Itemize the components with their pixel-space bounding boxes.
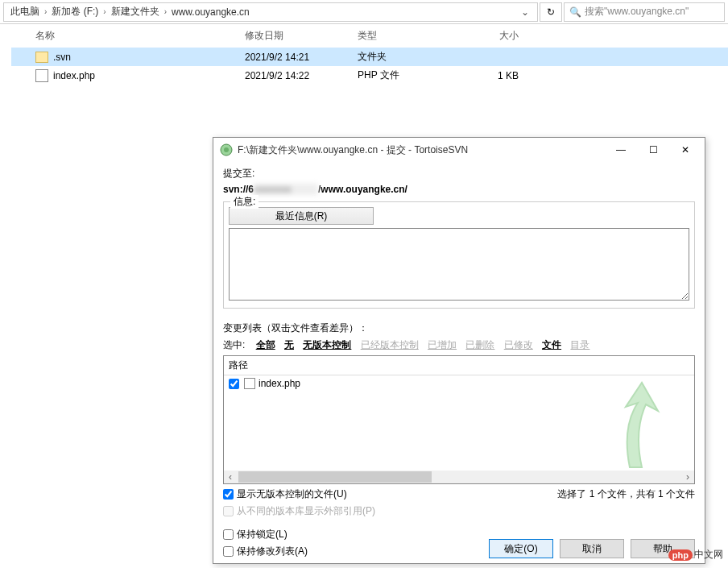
dialog-buttons: 保持锁定(L) 保持修改列表(A) 确定(O) 取消 帮助 bbox=[223, 524, 695, 558]
filter-label: 选中: bbox=[223, 339, 245, 350]
filter-files[interactable]: 文件 bbox=[542, 339, 561, 350]
file-date: 2021/9/2 14:21 bbox=[245, 52, 358, 63]
minimize-icon: — bbox=[616, 144, 626, 155]
col-size[interactable]: 大小 bbox=[454, 29, 519, 43]
dialog-title: F:\新建文件夹\www.ouyangke.cn - 提交 - Tortoise… bbox=[238, 143, 605, 157]
commit-message-input[interactable] bbox=[229, 228, 689, 301]
filter-unversioned[interactable]: 无版本控制 bbox=[303, 339, 351, 350]
col-type[interactable]: 类型 bbox=[358, 29, 454, 43]
horizontal-scrollbar[interactable]: ‹ › bbox=[224, 471, 694, 483]
item-checkbox[interactable] bbox=[229, 379, 239, 389]
watermark-text: 中文网 bbox=[694, 548, 723, 562]
changes-label: 变更列表（双击文件查看差异）： bbox=[223, 321, 695, 335]
file-row[interactable]: index.php 2021/9/2 14:22 PHP 文件 1 KB bbox=[11, 66, 728, 85]
file-type: 文件夹 bbox=[358, 50, 454, 64]
title-bar[interactable]: F:\新建文件夹\www.ouyangke.cn - 提交 - Tortoise… bbox=[213, 138, 705, 162]
keep-locks-checkbox[interactable] bbox=[223, 529, 234, 540]
crumb-drive[interactable]: 新加卷 (F:) bbox=[48, 5, 101, 19]
chevron-right-icon: › bbox=[101, 7, 107, 16]
show-unversioned-checkbox[interactable] bbox=[223, 489, 234, 500]
file-date: 2021/9/2 14:22 bbox=[245, 70, 358, 81]
keep-changelist-checkbox[interactable] bbox=[223, 546, 234, 557]
refresh-icon: ↻ bbox=[547, 6, 555, 18]
scroll-left-icon[interactable]: ‹ bbox=[224, 471, 237, 483]
commit-dialog: F:\新建文件夹\www.ouyangke.cn - 提交 - Tortoise… bbox=[213, 137, 705, 564]
filter-row: 选中: 全部 无 无版本控制 已经版本控制 已增加 已删除 已修改 文件 目录 bbox=[223, 338, 695, 352]
filter-deleted: 已删除 bbox=[465, 339, 494, 350]
col-date[interactable]: 修改日期 bbox=[245, 29, 358, 43]
file-name: .svn bbox=[53, 52, 71, 63]
chevron-right-icon: › bbox=[43, 7, 48, 16]
file-row[interactable]: .svn 2021/9/2 14:21 文件夹 bbox=[11, 48, 728, 66]
php-file-icon bbox=[35, 69, 48, 82]
breadcrumb[interactable]: 此电脑 › 新加卷 (F:) › 新建文件夹 › www.ouyangke.cn… bbox=[3, 2, 538, 22]
commit-url: svn://6xxxxxxx/www.ouyangke.cn/ bbox=[223, 184, 695, 195]
file-list-area: 名称 修改日期 类型 大小 .svn 2021/9/2 14:21 文件夹 in… bbox=[0, 24, 728, 137]
svg-point-1 bbox=[224, 147, 229, 152]
cancel-button[interactable]: 取消 bbox=[560, 539, 624, 558]
recent-messages-button[interactable]: 最近信息(R) bbox=[229, 207, 374, 225]
file-type: PHP 文件 bbox=[358, 68, 454, 82]
commit-arrow-icon bbox=[598, 379, 678, 475]
refresh-button[interactable]: ↻ bbox=[540, 2, 562, 22]
list-header-path[interactable]: 路径 bbox=[224, 356, 694, 375]
show-externals-label: 从不同的版本库显示外部引用(P) bbox=[237, 504, 375, 518]
watermark-badge: php bbox=[668, 549, 693, 561]
file-list-header: 名称 修改日期 类型 大小 bbox=[11, 24, 728, 48]
filter-added: 已增加 bbox=[428, 339, 457, 350]
crumb-pc[interactable]: 此电脑 bbox=[7, 5, 43, 19]
changes-list[interactable]: 路径 index.php ‹ › bbox=[223, 355, 695, 484]
file-icon bbox=[244, 378, 255, 389]
maximize-button[interactable]: ☐ bbox=[637, 139, 669, 160]
show-unversioned-label: 显示无版本控制的文件(U) bbox=[237, 487, 347, 501]
close-button[interactable]: ✕ bbox=[669, 139, 701, 160]
keep-changelist-label: 保持修改列表(A) bbox=[237, 545, 308, 558]
crumb-folder[interactable]: 新建文件夹 bbox=[108, 5, 163, 19]
col-name[interactable]: 名称 bbox=[35, 29, 245, 43]
file-name: index.php bbox=[53, 70, 95, 81]
filter-dirs: 目录 bbox=[570, 339, 589, 350]
minimize-button[interactable]: — bbox=[605, 139, 637, 160]
folder-icon bbox=[35, 52, 48, 63]
maximize-icon: ☐ bbox=[649, 144, 658, 155]
explorer-address-bar: 此电脑 › 新加卷 (F:) › 新建文件夹 › www.ouyangke.cn… bbox=[0, 0, 728, 24]
filter-none[interactable]: 无 bbox=[284, 339, 294, 350]
options-row: 显示无版本控制的文件(U) 选择了 1 个文件，共有 1 个文件 从不同的版本库… bbox=[223, 484, 695, 518]
close-icon: ✕ bbox=[681, 144, 689, 155]
search-placeholder: 搜索"www.ouyangke.cn" bbox=[585, 5, 689, 19]
chevron-down-icon[interactable]: ⌄ bbox=[516, 6, 534, 18]
crumb-current[interactable]: www.ouyangke.cn bbox=[168, 6, 253, 18]
search-input[interactable]: 🔍 搜索"www.ouyangke.cn" bbox=[564, 2, 725, 22]
show-externals-checkbox bbox=[223, 506, 234, 516]
tortoisesvn-icon bbox=[220, 143, 233, 156]
scroll-thumb[interactable] bbox=[238, 471, 432, 483]
watermark: php 中文网 bbox=[668, 548, 723, 562]
filter-modified: 已修改 bbox=[504, 339, 533, 350]
filter-all[interactable]: 全部 bbox=[256, 339, 275, 350]
ok-button[interactable]: 确定(O) bbox=[489, 539, 553, 558]
file-size: 1 KB bbox=[454, 70, 519, 81]
item-name: index.php bbox=[259, 378, 300, 389]
search-icon: 🔍 bbox=[569, 6, 581, 18]
commit-to-label: 提交至: bbox=[223, 167, 695, 180]
keep-locks-label: 保持锁定(L) bbox=[237, 528, 287, 541]
scroll-right-icon[interactable]: › bbox=[681, 471, 694, 483]
selection-status: 选择了 1 个文件，共有 1 个文件 bbox=[557, 487, 695, 501]
message-group: 信息: 最近信息(R) bbox=[223, 201, 695, 309]
filter-versioned: 已经版本控制 bbox=[361, 339, 419, 350]
info-label: 信息: bbox=[230, 195, 259, 209]
chevron-right-icon: › bbox=[163, 7, 168, 16]
